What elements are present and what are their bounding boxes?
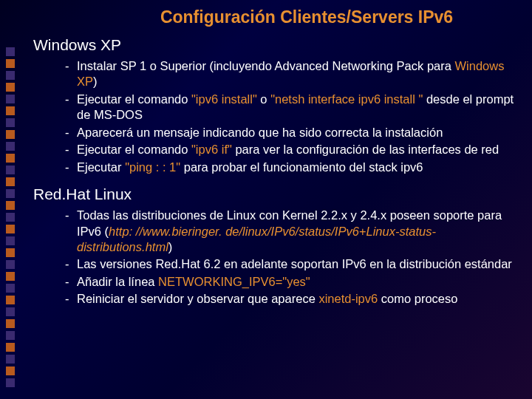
list-item: Aparecerá un mensaje indicando que ha si…	[68, 125, 517, 140]
list-item: Todas las distribuciones de Linux con Ke…	[68, 208, 517, 255]
slide-title: Configuración Clientes/Servers IPv6	[96, 7, 517, 27]
section-heading-redhat: Red.Hat Linux	[33, 185, 517, 203]
list-item: Ejecutar el comando "ipv6 install" o "ne…	[68, 92, 517, 123]
list-item: Añadir la línea NETWORKING_IPV6="yes"	[68, 274, 517, 290]
bullet-list-redhat: Todas las distribuciones de Linux con Ke…	[37, 208, 517, 307]
list-item: Las versiones Red.Hat 6.2 en adelante so…	[68, 256, 517, 272]
list-item: Ejecutar "ping : : 1" para probar el fun…	[68, 160, 517, 175]
list-item: Ejecutar el comando "ipv6 if" para ver l…	[68, 142, 517, 157]
slide-content: Configuración Clientes/Servers IPv6 Wind…	[0, 0, 532, 324]
bullet-list-windows: Instalar SP 1 o Superior (incluyendo Adv…	[37, 58, 517, 175]
list-item: Reiniciar el servidor y observar que apa…	[68, 291, 517, 307]
list-item: Instalar SP 1 o Superior (incluyendo Adv…	[68, 58, 517, 90]
section-heading-windows: Windows XP	[33, 36, 517, 54]
